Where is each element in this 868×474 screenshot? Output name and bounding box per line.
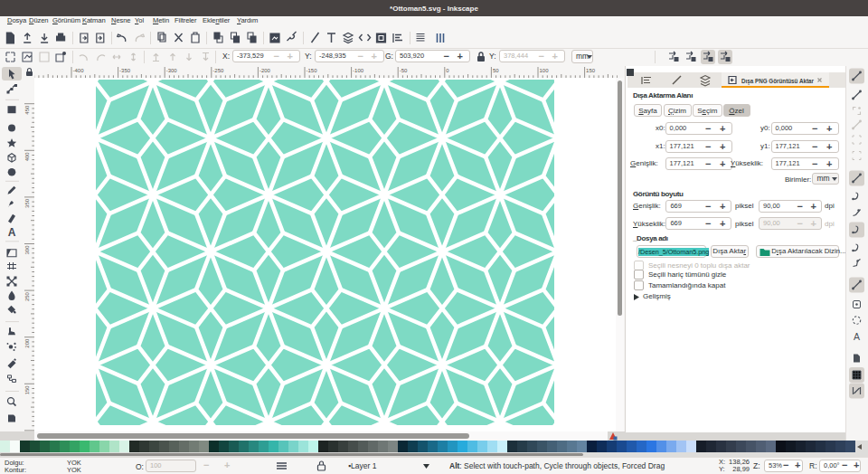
svg-text:-200: -200 — [259, 68, 271, 73]
svg-text:-300: -300 — [166, 68, 178, 73]
svg-text:100: 100 — [540, 68, 550, 73]
svg-text:-250: -250 — [212, 68, 224, 73]
svg-text:200: 200 — [24, 338, 30, 348]
svg-text:150: 150 — [24, 385, 30, 395]
svg-text:250: 250 — [24, 291, 30, 301]
svg-text:-50: -50 — [400, 68, 408, 73]
svg-text:-100: -100 — [353, 68, 364, 73]
svg-text:450: 450 — [24, 105, 30, 115]
svg-text:-350: -350 — [119, 68, 131, 73]
svg-text:400: 400 — [24, 152, 30, 162]
svg-text:A: A — [8, 226, 16, 239]
svg-text:300: 300 — [24, 245, 30, 255]
svg-text:-150: -150 — [307, 68, 318, 73]
svg-text:-400: -400 — [73, 68, 85, 73]
svg-text:150: 150 — [586, 68, 596, 73]
svg-text:A: A — [854, 331, 860, 342]
svg-text:50: 50 — [493, 68, 499, 73]
svg-text:Dışa PNG Görüntüsü Aktar: Dışa PNG Görüntüsü Aktar — [741, 77, 814, 85]
svg-text:350: 350 — [24, 198, 30, 208]
